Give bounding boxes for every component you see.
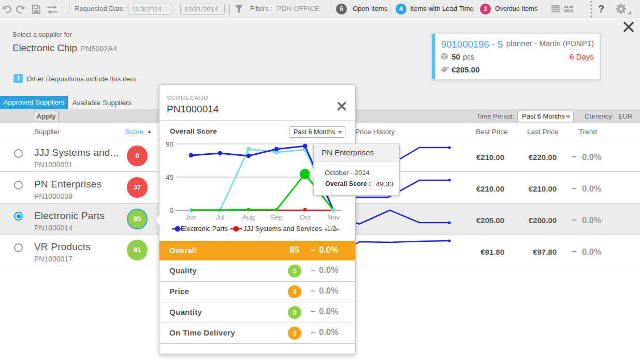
svg-text:0: 0	[169, 207, 173, 214]
svg-text:90: 90	[166, 140, 173, 148]
svg-text:Oct: Oct	[299, 213, 310, 221]
svg-text:Jun: Jun	[185, 213, 197, 221]
svg-text:Sep: Sep	[270, 213, 283, 221]
svg-text:Aug: Aug	[242, 213, 255, 221]
svg-text:Nov: Nov	[327, 213, 340, 221]
svg-text:45: 45	[166, 173, 173, 181]
svg-text:Jul: Jul	[215, 213, 224, 221]
